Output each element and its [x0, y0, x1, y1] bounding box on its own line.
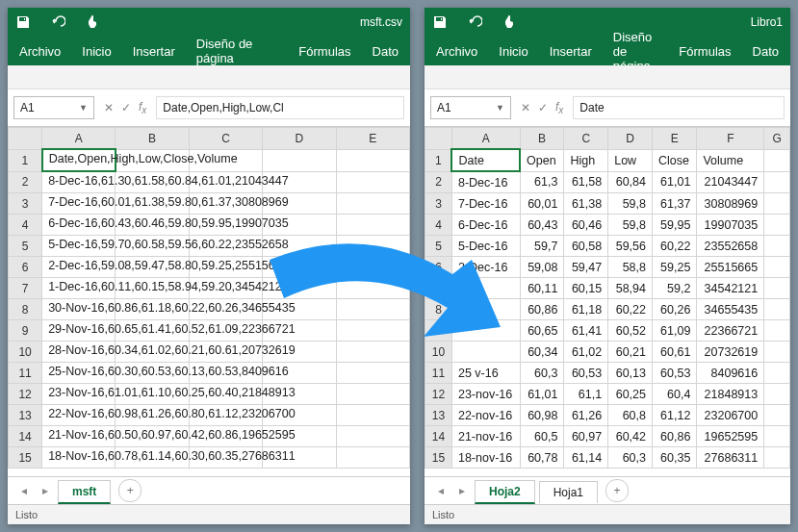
cell[interactable]: 59,7 [520, 236, 564, 257]
cell[interactable] [336, 171, 409, 193]
row-header[interactable]: 2 [9, 171, 42, 193]
cell[interactable] [336, 149, 409, 171]
row-header[interactable]: 8 [425, 299, 452, 320]
tab-nav-next-icon[interactable]: ▸ [453, 484, 471, 497]
enter-icon[interactable]: ✓ [538, 101, 548, 114]
cell[interactable]: 23552658 [697, 236, 764, 257]
cell[interactable]: 27686311 [697, 447, 764, 469]
cell[interactable]: 22-nov-16 [451, 405, 520, 426]
menu-inicio[interactable]: Inicio [82, 44, 111, 59]
cell[interactable] [336, 447, 409, 469]
cell[interactable] [336, 363, 409, 384]
cell[interactable]: 60,3 [520, 363, 564, 384]
col-header[interactable]: G [764, 128, 790, 150]
save-icon[interactable] [15, 14, 31, 30]
cell[interactable] [336, 405, 409, 426]
cell[interactable]: 60,01 [520, 193, 564, 215]
name-box[interactable]: A1▼ [13, 96, 94, 119]
cell[interactable] [336, 320, 409, 342]
cell[interactable]: 61,18 [564, 299, 608, 320]
tab-nav-prev-icon[interactable]: ◂ [432, 484, 450, 497]
cell[interactable] [764, 426, 790, 447]
tab-nav-prev-icon[interactable]: ◂ [15, 484, 33, 497]
cell[interactable]: 61,41 [564, 320, 608, 342]
cell[interactable]: 59,95 [653, 215, 697, 236]
cell[interactable] [336, 215, 409, 236]
cell[interactable]: 25 v-16 [451, 363, 520, 384]
cell[interactable] [764, 363, 790, 384]
menu-insertar[interactable]: Insertar [550, 44, 592, 59]
cell[interactable]: 23-nov-16 [451, 384, 520, 405]
cell[interactable]: 60,15 [564, 278, 608, 299]
cell[interactable] [764, 257, 790, 278]
row-header[interactable]: 4 [425, 215, 452, 236]
cell[interactable]: 60,84 [608, 171, 653, 193]
menu-datos[interactable]: Dato [373, 44, 399, 59]
cell[interactable] [336, 236, 409, 257]
cell[interactable] [451, 278, 520, 299]
cell[interactable]: 59,2 [653, 278, 697, 299]
col-header[interactable]: B [116, 128, 189, 150]
cell[interactable]: 8-Dec-16,61.30,61.58,60.84,61.01,2104344… [42, 171, 116, 193]
cell[interactable]: 28-Nov-16,60.34,61.02,60.21,60.61,207326… [42, 342, 116, 363]
cell[interactable]: 30-Nov-16,60.86,61.18,60.22,60.26,346554… [42, 299, 116, 320]
cell[interactable]: 59,8 [608, 193, 653, 215]
row-header[interactable]: 11 [9, 363, 42, 384]
cell[interactable] [764, 405, 790, 426]
row-header[interactable]: 13 [425, 405, 452, 426]
cell[interactable]: 21043447 [697, 171, 764, 193]
cell[interactable]: High [564, 149, 608, 171]
cell[interactable]: 60,86 [653, 426, 697, 447]
cell[interactable]: 6-Dec-16,60.43,60.46,59.80,59.95,1990703… [42, 215, 116, 236]
cell[interactable] [336, 278, 409, 299]
cell[interactable] [336, 193, 409, 215]
tab-nav-next-icon[interactable]: ▸ [37, 484, 54, 497]
cell[interactable]: 60,13 [608, 363, 653, 384]
cell[interactable] [764, 278, 790, 299]
cell[interactable]: 59,25 [653, 257, 697, 278]
cell[interactable] [764, 299, 790, 320]
sheet-tab-msft[interactable]: msft [58, 480, 111, 504]
cell[interactable]: 61,38 [564, 193, 608, 215]
cell[interactable]: 34542121 [697, 278, 764, 299]
row-header[interactable]: 13 [9, 405, 42, 426]
cell[interactable]: 61,14 [564, 447, 608, 469]
menu-diseno[interactable]: Diseño de página [196, 37, 278, 65]
cell[interactable]: 60,22 [653, 236, 697, 257]
add-sheet-button[interactable]: + [118, 479, 142, 502]
undo-icon[interactable] [50, 14, 65, 30]
cell[interactable]: 60,4 [653, 384, 697, 405]
cell[interactable]: 19907035 [697, 215, 764, 236]
worksheet-grid[interactable]: ABCDEFG1DateOpenHighLowCloseVolume28-Dec… [425, 127, 790, 476]
cell[interactable]: 60,43 [520, 215, 564, 236]
row-header[interactable]: 2 [425, 171, 452, 193]
row-header[interactable]: 11 [425, 363, 452, 384]
cell[interactable]: Open [520, 149, 564, 171]
cell[interactable]: 60,8 [608, 405, 653, 426]
cell[interactable]: Volume [697, 149, 764, 171]
cell[interactable]: 6-Dec-16 [451, 215, 520, 236]
menu-insertar[interactable]: Insertar [133, 44, 175, 59]
col-header[interactable]: C [564, 128, 608, 150]
cell[interactable]: 23206700 [697, 405, 764, 426]
col-header[interactable]: F [697, 128, 764, 150]
cell[interactable]: 60,11 [520, 278, 564, 299]
cell[interactable]: 5-Dec-16,59.70,60.58,59.56,60.22,2355265… [42, 236, 116, 257]
cell[interactable] [451, 320, 520, 342]
cell[interactable]: 59,56 [608, 236, 653, 257]
row-header[interactable]: 1 [425, 149, 452, 171]
row-header[interactable]: 5 [425, 236, 452, 257]
cell[interactable]: 1-Dec-16,60.11,60.15,58.94,59.20,3454212… [42, 278, 116, 299]
cell[interactable]: 60,26 [653, 299, 697, 320]
cell[interactable]: 59,08 [520, 257, 564, 278]
cell[interactable]: 60,58 [564, 236, 608, 257]
row-header[interactable]: 9 [9, 320, 42, 342]
cell[interactable]: 61,12 [653, 405, 697, 426]
cell[interactable]: 19652595 [697, 426, 764, 447]
cell[interactable]: 61,58 [564, 171, 608, 193]
cell[interactable]: 8-Dec-16 [451, 171, 520, 193]
row-header[interactable]: 1 [9, 149, 42, 171]
row-header[interactable]: 12 [425, 384, 452, 405]
cell[interactable]: 8409616 [697, 363, 764, 384]
cell[interactable] [764, 171, 790, 193]
